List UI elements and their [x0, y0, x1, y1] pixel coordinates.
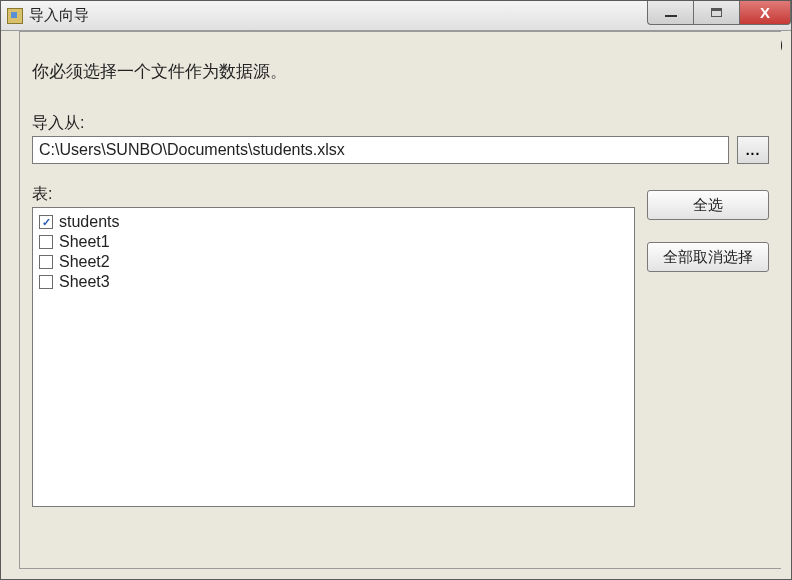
- select-all-button[interactable]: 全选: [647, 190, 769, 220]
- window-title: 导入向导: [29, 6, 89, 25]
- window-controls: X: [647, 1, 791, 29]
- list-item-label: Sheet2: [59, 253, 110, 271]
- minimize-button[interactable]: [647, 1, 693, 25]
- import-from-label: 导入从:: [32, 113, 769, 134]
- list-item[interactable]: students: [39, 212, 628, 232]
- checkbox-icon[interactable]: [39, 235, 53, 249]
- deselect-all-button[interactable]: 全部取消选择: [647, 242, 769, 272]
- close-button[interactable]: X: [739, 1, 791, 25]
- import-from-block: 导入从: ...: [20, 83, 781, 164]
- tables-listbox[interactable]: students Sheet1 Sheet2 Sheet3: [32, 207, 635, 507]
- tables-label: 表:: [32, 184, 635, 205]
- instruction-text: 你必须选择一个文件作为数据源。: [20, 32, 781, 83]
- titlebar: 导入向导 X: [1, 1, 791, 31]
- checkbox-icon[interactable]: [39, 275, 53, 289]
- import-from-input[interactable]: [32, 136, 729, 164]
- minimize-icon: [665, 15, 677, 17]
- checkbox-icon[interactable]: [39, 215, 53, 229]
- list-item-label: Sheet1: [59, 233, 110, 251]
- maximize-button[interactable]: [693, 1, 739, 25]
- list-item[interactable]: Sheet1: [39, 232, 628, 252]
- list-item-label: students: [59, 213, 119, 231]
- checkbox-icon[interactable]: [39, 255, 53, 269]
- browse-button[interactable]: ...: [737, 136, 769, 164]
- app-icon: [7, 8, 23, 24]
- tables-area: 表: students Sheet1 Sheet2: [20, 184, 781, 507]
- side-buttons: 全选 全部取消选择: [647, 184, 769, 507]
- import-wizard-window: 导入向导 X 步骤 2 (共 8 个) 你必须选择一个文件作为数据源。 导入从:…: [0, 0, 792, 580]
- list-item[interactable]: Sheet2: [39, 252, 628, 272]
- list-item-label: Sheet3: [59, 273, 110, 291]
- content-area: 步骤 2 (共 8 个) 你必须选择一个文件作为数据源。 导入从: ... 表:…: [1, 31, 791, 579]
- close-icon: X: [760, 4, 770, 21]
- list-item[interactable]: Sheet3: [39, 272, 628, 292]
- maximize-icon: [711, 8, 722, 17]
- inner-frame: 你必须选择一个文件作为数据源。 导入从: ... 表: students: [19, 31, 781, 569]
